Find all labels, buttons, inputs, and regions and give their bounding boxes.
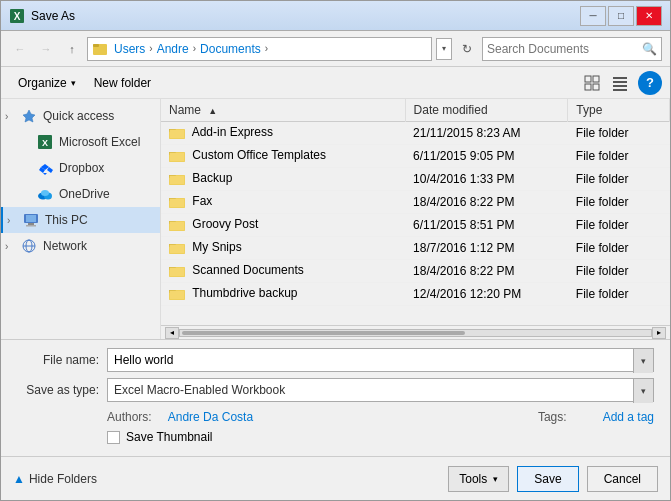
breadcrumb-dropdown-button[interactable]: ▾ <box>436 38 452 60</box>
file-name: Thumbdrive backup <box>192 286 297 300</box>
add-tag-link[interactable]: Add a tag <box>603 410 654 424</box>
hide-folders-section: ▲ Hide Folders <box>13 472 97 486</box>
table-row[interactable]: Fax 18/4/2016 8:22 PM File folder <box>161 191 670 214</box>
svg-rect-34 <box>170 153 185 162</box>
onedrive-icon <box>37 186 53 202</box>
table-row[interactable]: Backup 10/4/2016 1:33 PM File folder <box>161 168 670 191</box>
refresh-button[interactable]: ↻ <box>456 38 478 60</box>
svg-point-21 <box>41 190 49 196</box>
window-controls: ─ □ ✕ <box>580 6 662 26</box>
this-pc-arrow: › <box>7 215 17 226</box>
file-date-cell: 6/11/2015 9:05 PM <box>405 145 568 168</box>
save-type-dropdown[interactable]: Excel Macro-Enabled Workbook ▾ <box>107 378 654 402</box>
file-name-cell: Backup <box>161 168 405 191</box>
file-name-cell: Fax <box>161 191 405 214</box>
file-date-cell: 18/4/2016 8:22 PM <box>405 191 568 214</box>
hide-folders-label[interactable]: Hide Folders <box>29 472 97 486</box>
file-type-cell: File folder <box>568 191 670 214</box>
file-name-cell: Custom Office Templates <box>161 145 405 168</box>
scroll-right-arrow[interactable]: ▸ <box>652 327 666 339</box>
file-date-cell: 10/4/2016 1:33 PM <box>405 168 568 191</box>
svg-marker-18 <box>43 173 47 175</box>
close-button[interactable]: ✕ <box>636 6 662 26</box>
table-row[interactable]: Add-in Express 21/11/2015 8:23 AM File f… <box>161 122 670 145</box>
svg-text:X: X <box>42 138 48 148</box>
svg-marker-17 <box>47 167 53 173</box>
svg-rect-46 <box>170 245 185 254</box>
file-date-cell: 18/4/2016 8:22 PM <box>405 260 568 283</box>
breadcrumb-andre[interactable]: Andre <box>155 42 191 56</box>
search-box: 🔍 <box>482 37 662 61</box>
save-type-label: Save as type: <box>17 383 107 397</box>
footer: ▲ Hide Folders Tools ▾ Save Cancel <box>1 456 670 500</box>
file-name-cell: Thumbdrive backup <box>161 283 405 306</box>
organize-button[interactable]: Organize ▾ <box>9 71 85 95</box>
save-type-row: Save as type: Excel Macro-Enabled Workbo… <box>17 378 654 402</box>
minimize-button[interactable]: ─ <box>580 6 606 26</box>
sidebar-item-this-pc[interactable]: › This PC <box>1 207 160 233</box>
thumbnail-checkbox[interactable] <box>107 431 120 444</box>
svg-rect-49 <box>170 268 185 277</box>
search-icon: 🔍 <box>642 42 657 56</box>
svg-rect-37 <box>170 176 185 185</box>
maximize-button[interactable]: □ <box>608 6 634 26</box>
svg-rect-9 <box>613 81 627 83</box>
save-button[interactable]: Save <box>517 466 578 492</box>
column-header-name[interactable]: Name ▲ <box>161 99 405 122</box>
table-row[interactable]: My Snips 18/7/2016 1:12 PM File folder <box>161 237 670 260</box>
folder-icon <box>169 240 185 256</box>
forward-button[interactable]: → <box>35 38 57 60</box>
up-button[interactable]: ↑ <box>61 38 83 60</box>
back-button[interactable]: ← <box>9 38 31 60</box>
cancel-button[interactable]: Cancel <box>587 466 658 492</box>
scroll-left-arrow[interactable]: ◂ <box>165 327 179 339</box>
thumbnail-label: Save Thumbnail <box>126 430 213 444</box>
view-button[interactable] <box>578 71 606 95</box>
file-type-cell: File folder <box>568 214 670 237</box>
sidebar-item-microsoft-excel[interactable]: X Microsoft Excel <box>1 129 160 155</box>
folder-icon <box>169 286 185 302</box>
file-table[interactable]: Name ▲ Date modified Type <box>161 99 670 325</box>
svg-rect-11 <box>613 89 627 91</box>
network-icon <box>21 238 37 254</box>
column-header-date[interactable]: Date modified <box>405 99 568 122</box>
table-row[interactable]: Scanned Documents 18/4/2016 8:22 PM File… <box>161 260 670 283</box>
sidebar-label-this-pc: This PC <box>45 213 88 227</box>
help-button[interactable]: ? <box>638 71 662 95</box>
new-folder-button[interactable]: New folder <box>85 71 160 95</box>
authors-value[interactable]: Andre Da Costa <box>168 410 253 424</box>
svg-rect-5 <box>593 76 599 82</box>
svg-rect-8 <box>613 77 627 79</box>
authors-label: Authors: <box>107 410 152 424</box>
table-row[interactable]: Thumbdrive backup 12/4/2016 12:20 PM Fil… <box>161 283 670 306</box>
h-scrollbar-track[interactable] <box>179 329 652 337</box>
folder-icon <box>169 125 185 141</box>
folder-icon <box>169 171 185 187</box>
svg-rect-7 <box>593 84 599 90</box>
file-name: Add-in Express <box>192 125 273 139</box>
tools-dropdown-arrow: ▾ <box>493 474 498 484</box>
tools-button[interactable]: Tools ▾ <box>448 466 509 492</box>
filename-input[interactable] <box>114 353 647 367</box>
breadcrumb-documents[interactable]: Documents <box>198 42 263 56</box>
breadcrumb-users[interactable]: Users <box>112 42 147 56</box>
column-header-type[interactable]: Type <box>568 99 670 122</box>
quick-access-arrow: › <box>5 111 15 122</box>
sidebar-item-network[interactable]: › Network <box>1 233 160 259</box>
filename-dropdown-button[interactable]: ▾ <box>633 349 653 373</box>
view-details-button[interactable] <box>606 71 634 95</box>
sidebar-item-dropbox[interactable]: Dropbox <box>1 155 160 181</box>
filename-label: File name: <box>17 353 107 367</box>
table-row[interactable]: Custom Office Templates 6/11/2015 9:05 P… <box>161 145 670 168</box>
tags-label: Tags: <box>538 410 567 424</box>
view-icon <box>584 75 600 91</box>
table-row[interactable]: Groovy Post 6/11/2015 8:51 PM File folde… <box>161 214 670 237</box>
sidebar-item-onedrive[interactable]: OneDrive <box>1 181 160 207</box>
organize-dropdown-arrow: ▾ <box>71 78 76 88</box>
svg-marker-12 <box>23 110 35 122</box>
save-type-dropdown-button[interactable]: ▾ <box>633 379 653 403</box>
sidebar-item-quick-access[interactable]: › Quick access <box>1 103 160 129</box>
search-input[interactable] <box>487 42 642 56</box>
svg-rect-25 <box>26 225 36 227</box>
dialog-title: Save As <box>31 9 580 23</box>
